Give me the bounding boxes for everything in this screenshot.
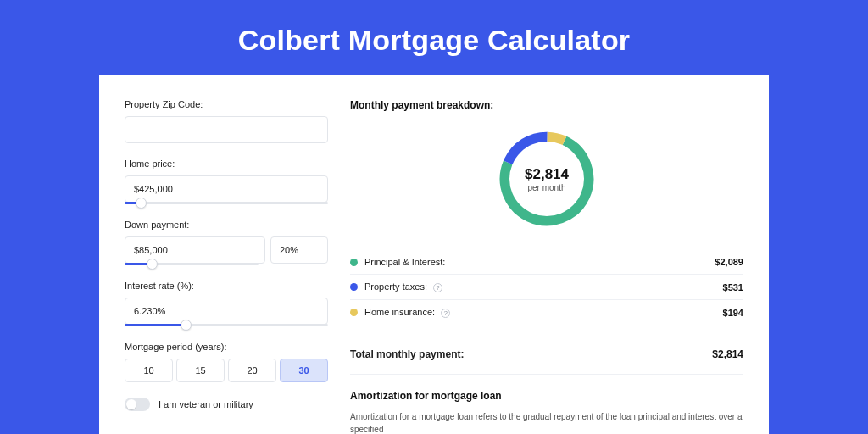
page-title: Colbert Mortgage Calculator (0, 0, 868, 75)
legend-label: Property taxes: ? (364, 281, 723, 292)
period-label: Mortgage period (years): (125, 342, 328, 352)
breakdown-title: Monthly payment breakdown: (350, 99, 743, 111)
total-value: $2,814 (712, 348, 743, 360)
legend-row: Property taxes: ?$531 (350, 275, 743, 300)
veteran-toggle-row: I am veteran or military (125, 398, 328, 411)
rate-slider[interactable] (125, 324, 328, 326)
price-input[interactable] (125, 175, 328, 203)
rate-label: Interest rate (%): (125, 281, 328, 291)
price-slider[interactable] (125, 202, 328, 204)
veteran-label: I am veteran or military (159, 399, 253, 409)
total-label: Total monthly payment: (350, 348, 712, 360)
slider-thumb[interactable] (181, 320, 192, 331)
zip-label: Property Zip Code: (125, 99, 328, 109)
period-field: Mortgage period (years): 10152030 (125, 342, 328, 382)
period-option-30[interactable]: 30 (280, 359, 328, 382)
slider-thumb[interactable] (136, 198, 147, 209)
period-option-15[interactable]: 15 (176, 359, 225, 382)
dp-label: Down payment: (125, 220, 328, 230)
dp-slider[interactable] (125, 263, 259, 265)
legend-label: Principal & Interest: (364, 257, 715, 267)
legend-dot (350, 259, 358, 266)
legend-dot (350, 309, 358, 316)
period-option-10[interactable]: 10 (125, 359, 173, 382)
donut-center-sub: per month (527, 183, 565, 192)
period-option-20[interactable]: 20 (228, 359, 276, 382)
slider-thumb[interactable] (147, 259, 158, 270)
calculator-card: Property Zip Code: Home price: Down paym… (99, 75, 769, 434)
legend-value: $531 (723, 282, 743, 292)
legend-dot (350, 283, 358, 291)
form-panel: Property Zip Code: Home price: Down paym… (125, 99, 328, 434)
breakdown-panel: Monthly payment breakdown: $2,814 per mo… (350, 99, 743, 434)
amortization-section: Amortization for mortgage loan Amortizat… (350, 375, 743, 434)
rate-field: Interest rate (%): (125, 281, 328, 326)
zip-field: Property Zip Code: (125, 99, 328, 143)
donut-center-amount: $2,814 (525, 166, 569, 183)
veteran-toggle[interactable] (125, 398, 150, 411)
info-icon[interactable]: ? (441, 309, 450, 318)
zip-input[interactable] (125, 116, 328, 143)
legend-label: Home insurance: ? (364, 307, 723, 318)
dp-amount-input[interactable] (125, 236, 265, 264)
breakdown-legend: Principal & Interest:$2,089Property taxe… (350, 250, 743, 325)
legend-row: Home insurance: ?$194 (350, 300, 743, 325)
amortization-body: Amortization for a mortgage loan refers … (350, 410, 743, 434)
payment-donut-chart: $2,814 per month (494, 126, 599, 231)
downpayment-field: Down payment: (125, 220, 328, 265)
dp-percent-input[interactable] (270, 236, 328, 264)
rate-input[interactable] (125, 298, 328, 325)
amortization-title: Amortization for mortgage loan (350, 390, 743, 402)
price-field: Home price: (125, 159, 328, 204)
price-label: Home price: (125, 159, 328, 169)
info-icon[interactable]: ? (433, 283, 442, 292)
total-row: Total monthly payment: $2,814 (350, 340, 743, 375)
legend-value: $194 (723, 308, 743, 318)
legend-value: $2,089 (715, 257, 743, 267)
legend-row: Principal & Interest:$2,089 (350, 250, 743, 275)
